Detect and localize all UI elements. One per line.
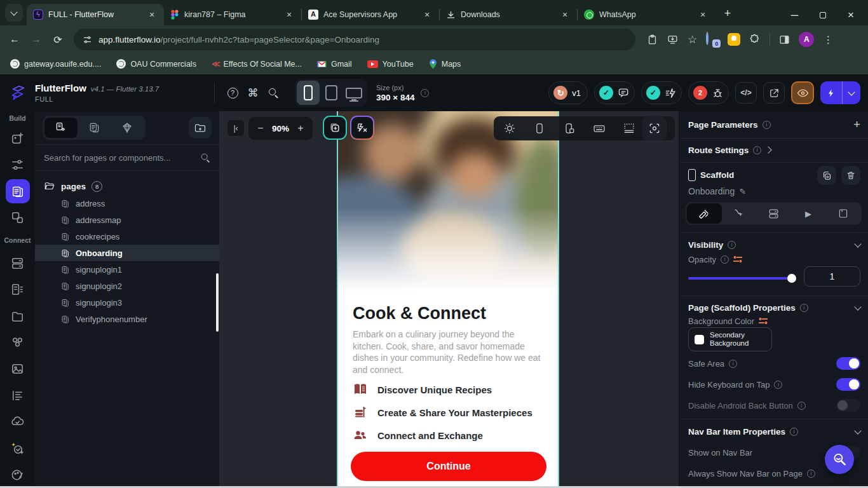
close-icon[interactable]: ×: [421, 9, 433, 20]
nav-theme-settings[interactable]: [0, 461, 35, 488]
run-bolt[interactable]: [820, 81, 842, 104]
light-mode-toggle[interactable]: [503, 121, 517, 135]
clipboard-icon[interactable]: [647, 34, 658, 45]
bookmark-oau-commercials[interactable]: OAU Commercials: [116, 59, 196, 69]
nav-bar-header-row[interactable]: Nav Bar Item Properties: [688, 424, 860, 439]
keyboard-toggle[interactable]: [592, 121, 606, 135]
canvas[interactable]: Cook & Connect Embark on a culinary jour…: [219, 111, 679, 488]
info-icon[interactable]: [774, 381, 782, 389]
zoom-out-button[interactable]: −: [252, 119, 269, 137]
background-color-picker[interactable]: Secondary Background: [688, 327, 772, 351]
scaffold-properties-header[interactable]: Page (Scaffold) Properties: [688, 300, 860, 315]
canvas-settings-button[interactable]: [642, 116, 667, 140]
bookmark-gateway[interactable]: gateway.oauife.edu....: [10, 59, 101, 69]
tab-search-button[interactable]: [5, 4, 23, 22]
safe-area-toggle[interactable]: [622, 121, 636, 135]
disable-back-toggle[interactable]: [836, 399, 860, 412]
continue-button[interactable]: Continue: [351, 452, 546, 481]
review-status-pill[interactable]: ✓: [594, 81, 635, 104]
nav-files[interactable]: [0, 303, 35, 330]
info-icon[interactable]: [753, 146, 761, 154]
profile-avatar[interactable]: A: [799, 32, 814, 47]
close-window-button[interactable]: ×: [848, 9, 854, 22]
tab-animations[interactable]: ▶: [791, 203, 826, 224]
safe-area-toggle[interactable]: [836, 357, 860, 370]
tab-ace-supervisors[interactable]: Ace Supervisors App ×: [302, 4, 439, 25]
tab-whatsapp[interactable]: WhatsApp ×: [578, 4, 715, 25]
delete-widget-button[interactable]: [841, 166, 860, 185]
close-icon[interactable]: ×: [697, 9, 709, 20]
info-icon[interactable]: [797, 402, 806, 410]
command-palette-button[interactable]: ⌘: [243, 83, 263, 103]
close-icon[interactable]: ×: [283, 9, 295, 20]
conditional-value-icon[interactable]: [759, 317, 768, 325]
support-chat-button[interactable]: [825, 445, 854, 474]
page-row-onboarding-selected[interactable]: Onboarding: [35, 245, 219, 261]
reload-button[interactable]: ⟳: [48, 30, 67, 49]
maximize-button[interactable]: [820, 12, 826, 18]
nav-media-assets[interactable]: [0, 356, 35, 383]
page-row-address[interactable]: address: [35, 195, 219, 212]
mode-pages[interactable]: [78, 118, 111, 138]
device-frame-toggle[interactable]: [532, 121, 546, 135]
hide-keyboard-toggle[interactable]: [836, 378, 860, 391]
preview-mode-button[interactable]: [791, 81, 814, 104]
tab-properties[interactable]: [687, 203, 722, 224]
search-button[interactable]: [263, 83, 283, 103]
run-options-chevron[interactable]: [843, 81, 860, 104]
size-info-icon[interactable]: [421, 89, 429, 97]
address-bar[interactable]: app.flutterflow.io/project/full-nvhh2c?t…: [74, 29, 635, 50]
page-row-signuplogin2[interactable]: signuplogin2: [35, 278, 219, 294]
pages-search-input[interactable]: [44, 153, 196, 163]
tab-figma[interactable]: kiran787 – Figma ×: [164, 4, 301, 25]
info-icon[interactable]: [728, 241, 736, 249]
actions-status-pill[interactable]: ✓: [641, 81, 682, 104]
duplicate-widget-button[interactable]: [817, 166, 836, 185]
nav-page-selector[interactable]: [0, 178, 35, 205]
clone-screen-button[interactable]: [323, 116, 347, 140]
open-preview-button[interactable]: [763, 82, 785, 104]
opacity-slider[interactable]: [688, 274, 795, 283]
device-phone-button[interactable]: [297, 81, 320, 105]
device-desktop-button[interactable]: [342, 81, 365, 105]
bookmark-effects[interactable]: ≪Effects Of Social Me...: [212, 59, 302, 69]
nav-custom-code[interactable]: [0, 382, 35, 409]
opacity-value-input[interactable]: 1: [804, 266, 860, 287]
visibility-header-row[interactable]: Visibility: [688, 237, 860, 252]
side-panel-icon[interactable]: [779, 34, 790, 45]
device-tablet-button[interactable]: [320, 81, 342, 105]
forward-button[interactable]: →: [27, 30, 46, 49]
edit-name-icon[interactable]: ✎: [739, 187, 746, 196]
nav-automations[interactable]: [0, 435, 35, 462]
nav-components[interactable]: [0, 205, 35, 231]
conditional-value-icon[interactable]: [733, 255, 742, 263]
slider-thumb[interactable]: [787, 274, 796, 283]
nav-app-values[interactable]: [0, 151, 35, 178]
info-icon[interactable]: [763, 121, 771, 129]
bookmark-youtube[interactable]: YouTube: [367, 60, 414, 69]
page-row-cookrecipes[interactable]: cookrecipes: [35, 228, 219, 245]
tab-backend-query[interactable]: [756, 203, 791, 224]
phone-preview[interactable]: Cook & Connect Embark on a culinary jour…: [337, 111, 559, 488]
minimize-button[interactable]: ─: [791, 10, 798, 21]
tab-storyboard[interactable]: [825, 203, 860, 224]
tab-flutterflow[interactable]: FULL - FlutterFlow ×: [27, 4, 164, 25]
info-icon[interactable]: [790, 428, 798, 436]
issues-pill[interactable]: 2: [688, 81, 729, 104]
widget-name-row[interactable]: Onboarding ✎: [688, 184, 860, 199]
nav-widget-palette[interactable]: [0, 125, 35, 152]
pages-panel-scrollbar[interactable]: [216, 273, 219, 332]
bookmark-gmail[interactable]: Gmail: [317, 60, 352, 69]
back-button[interactable]: ←: [5, 30, 24, 49]
mode-components-library[interactable]: [111, 118, 144, 138]
kebab-menu-icon[interactable]: ⋮: [823, 34, 833, 46]
page-row-verifyphonenumber[interactable]: Verifyphonenumber: [35, 311, 219, 327]
install-app-icon[interactable]: [667, 34, 679, 45]
route-settings-row[interactable]: Route Settings: [688, 142, 860, 158]
help-button[interactable]: [222, 83, 243, 103]
tab-downloads[interactable]: Downloads ×: [440, 4, 577, 25]
page-row-signuplogin1[interactable]: signuplogin1: [35, 261, 219, 278]
nav-api-calls[interactable]: [0, 276, 35, 303]
zoom-in-button[interactable]: +: [292, 119, 309, 137]
close-icon[interactable]: ×: [146, 9, 158, 20]
